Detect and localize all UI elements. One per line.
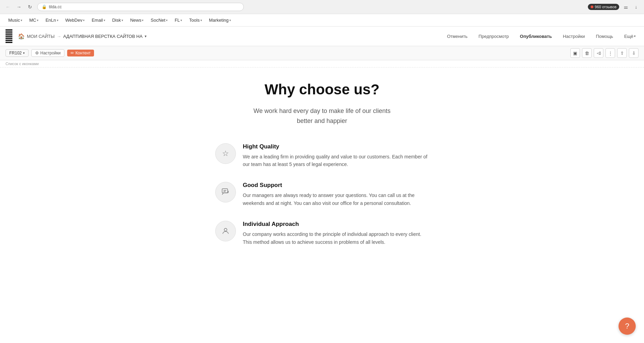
tilda-logo: [6, 29, 12, 43]
block-description: Список с иконками: [6, 62, 39, 66]
menu-music[interactable]: Music ▾: [6, 16, 25, 24]
tilda-toolbar: 🏠 МОИ САЙТЫ → АДАПТИВНАЯ ВЕРСТКА САЙТОВ …: [0, 27, 644, 46]
feature-title-quality: Hight Quality: [243, 143, 429, 150]
tools-arrow-icon: ▾: [200, 19, 202, 22]
menu-email[interactable]: Email ▾: [89, 16, 108, 24]
marketing-arrow-icon: ▾: [229, 19, 231, 22]
help-button[interactable]: Помощь: [593, 32, 616, 40]
person-icon: [215, 221, 236, 241]
main-content: Why choose us? We work hard every day to…: [167, 67, 477, 280]
fl-arrow-icon: ▾: [180, 19, 182, 22]
gear-icon: ⚙: [35, 51, 39, 55]
block-settings-button[interactable]: ⚙ Настройки: [31, 49, 64, 57]
chat-icon: [215, 182, 236, 202]
feature-text-individual: Individual Approach Our company works ac…: [243, 221, 429, 246]
menu-socnet[interactable]: SocNet ▾: [148, 16, 170, 24]
menu-disk[interactable]: Disk ▾: [110, 16, 126, 24]
preview-button[interactable]: Предпросмотр: [476, 32, 511, 40]
bookmark-button[interactable]: ⚌: [622, 3, 630, 11]
disk-arrow-icon: ▾: [122, 19, 123, 22]
forward-button[interactable]: →: [15, 3, 23, 11]
socnet-arrow-icon: ▾: [166, 19, 168, 22]
browser-chrome: ← → ↻ 🔒 tilda.cc 960 отзывов ⚌ ↓: [0, 0, 644, 14]
feature-desc-support: Our managers are always ready to answer …: [243, 191, 429, 207]
address-bar[interactable]: 🔒 tilda.cc: [37, 3, 244, 11]
breadcrumb: 🏠 МОИ САЙТЫ → АДАПТИВНАЯ ВЕРСТКА САЙТОВ …: [18, 33, 147, 40]
email-arrow-icon: ▾: [104, 19, 105, 22]
visibility-button[interactable]: ⏿: [594, 48, 603, 58]
menu-enln[interactable]: EnLn ▾: [43, 16, 61, 24]
svg-point-3: [224, 228, 227, 231]
block-tag[interactable]: FR102 ▾: [6, 49, 29, 57]
more-button[interactable]: Ещё ▾: [621, 32, 638, 40]
music-arrow-icon: ▾: [21, 19, 22, 22]
home-icon[interactable]: 🏠: [18, 33, 25, 40]
webdev-arrow-icon: ▾: [83, 19, 85, 22]
breadcrumb-dropdown-icon[interactable]: ▾: [145, 34, 147, 39]
block-label: Список с иконками: [0, 60, 644, 67]
menu-news[interactable]: News ▾: [127, 16, 147, 24]
block-toolbar-right: ▣ 🗑 ⏿ ⋮ ⇧ ⇩: [570, 48, 638, 58]
section-title: Why choose us?: [174, 81, 470, 98]
edit-icon: ✏: [71, 51, 74, 55]
breadcrumb-arrow-icon: →: [56, 34, 61, 39]
back-button[interactable]: ←: [4, 3, 12, 11]
my-sites-link[interactable]: МОИ САЙТЫ: [27, 34, 54, 39]
block-tag-label: FR102: [9, 51, 22, 55]
delete-block-button[interactable]: 🗑: [582, 48, 592, 58]
browser-right-icons: 960 отзывов ⚌ ↓: [588, 3, 640, 11]
block-toolbar: FR102 ▾ ⚙ Настройки ✏ Контент ▣ 🗑 ⏿ ⋮ ⇧ …: [0, 46, 644, 60]
copy-block-button[interactable]: ▣: [570, 48, 580, 58]
feature-list: ☆ Hight Quality We are a leading firm in…: [215, 143, 429, 246]
menu-mc[interactable]: MC ▾: [27, 16, 41, 24]
block-tag-arrow-icon: ▾: [23, 51, 25, 55]
review-count: 960 отзывов: [595, 5, 616, 9]
news-arrow-icon: ▾: [142, 19, 144, 22]
feature-desc-individual: Our company works according to the princ…: [243, 230, 429, 246]
menu-marketing[interactable]: Marketing ▾: [206, 16, 234, 24]
block-content-button[interactable]: ✏ Контент: [67, 50, 94, 56]
feature-item-individual: Individual Approach Our company works ac…: [215, 221, 429, 246]
mc-arrow-icon: ▾: [37, 19, 39, 22]
reload-button[interactable]: ↻: [26, 3, 34, 11]
feature-item-support: Good Support Our managers are always rea…: [215, 182, 429, 207]
settings-button[interactable]: Настройки: [560, 32, 588, 40]
move-down-button[interactable]: ⇩: [629, 48, 638, 58]
section-subtitle: We work hard every day to make life of o…: [174, 106, 470, 126]
enln-arrow-icon: ▾: [57, 19, 59, 22]
more-arrow-icon: ▾: [634, 34, 636, 38]
star-icon: ☆: [215, 143, 236, 164]
url-text: tilda.cc: [49, 4, 62, 9]
menu-fl[interactable]: FL ▾: [172, 16, 185, 24]
feature-item-quality: ☆ Hight Quality We are a leading firm in…: [215, 143, 429, 168]
publish-button[interactable]: Опубликовать: [517, 32, 555, 40]
cancel-button[interactable]: Отменить: [444, 32, 470, 40]
tilda-toolbar-right: Отменить Предпросмотр Опубликовать Настр…: [444, 32, 638, 40]
lock-icon: 🔒: [42, 4, 47, 9]
feature-text-quality: Hight Quality We are a leading firm in p…: [243, 143, 429, 168]
svg-rect-0: [222, 189, 228, 193]
menu-webdev[interactable]: WebDev ▾: [63, 16, 88, 24]
feature-title-support: Good Support: [243, 182, 429, 189]
download-button[interactable]: ↓: [632, 3, 640, 11]
feature-title-individual: Individual Approach: [243, 221, 429, 228]
feature-text-support: Good Support Our managers are always rea…: [243, 182, 429, 207]
review-dot: [591, 6, 593, 8]
move-up-button[interactable]: ⇧: [617, 48, 627, 58]
app-menubar: Music ▾ MC ▾ EnLn ▾ WebDev ▾ Email ▾ Dis…: [0, 14, 644, 27]
more-options-button[interactable]: ⋮: [605, 48, 615, 58]
review-badge: 960 отзывов: [588, 4, 619, 10]
menu-tools[interactable]: Tools ▾: [186, 16, 205, 24]
feature-desc-quality: We are a leading firm in providing quali…: [243, 153, 429, 168]
breadcrumb-current: АДАПТИВНАЯ ВЕРСТКА САЙТОВ НА: [63, 34, 142, 39]
